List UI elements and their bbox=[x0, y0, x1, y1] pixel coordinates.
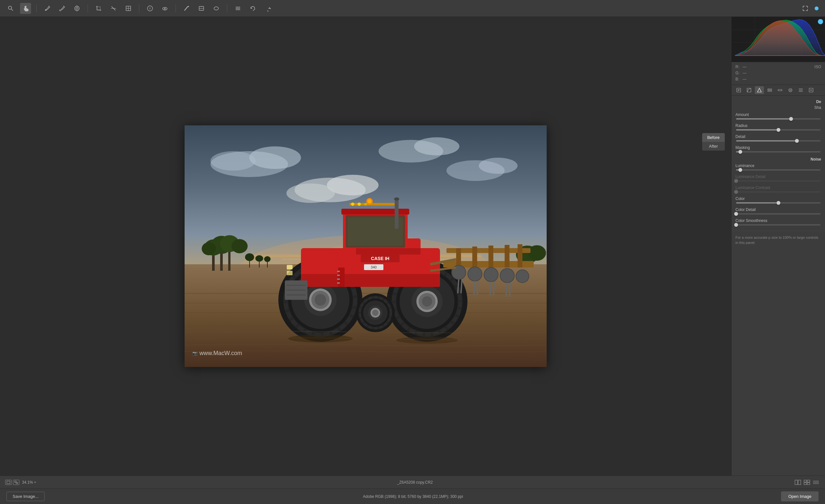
redeye-button[interactable] bbox=[159, 3, 170, 14]
svg-point-107 bbox=[351, 202, 354, 206]
noise-label: Noise bbox=[811, 157, 821, 162]
color-thumb[interactable] bbox=[776, 201, 780, 205]
radius-slider-row: Radius bbox=[732, 122, 825, 133]
graduated-filter-button[interactable] bbox=[196, 3, 207, 14]
tab-tone-curve[interactable] bbox=[745, 86, 754, 94]
watermark: 📷 www.MacW.com bbox=[192, 350, 242, 357]
svg-point-51 bbox=[231, 239, 248, 253]
eyedropper-button[interactable] bbox=[42, 3, 53, 14]
color-detail-thumb[interactable] bbox=[734, 212, 738, 216]
radial-filter-button[interactable] bbox=[211, 3, 222, 14]
tab-basic[interactable] bbox=[734, 86, 743, 94]
svg-rect-97 bbox=[337, 275, 340, 276]
straighten-button[interactable] bbox=[108, 3, 119, 14]
tab-effects[interactable] bbox=[796, 86, 805, 94]
svg-rect-171 bbox=[798, 480, 801, 485]
color-smoothness-thumb[interactable] bbox=[734, 223, 738, 227]
radius-thumb[interactable] bbox=[776, 128, 780, 132]
rgb-values: R: --- ISO G: --- B: --- bbox=[732, 62, 825, 85]
watermark-icon: 📷 bbox=[192, 351, 198, 356]
masking-slider-row: Masking bbox=[732, 144, 825, 155]
svg-point-119 bbox=[484, 267, 498, 282]
svg-rect-174 bbox=[804, 483, 807, 485]
svg-point-108 bbox=[358, 202, 361, 206]
highlight-clipping-indicator[interactable] bbox=[813, 5, 820, 12]
spot-removal-button[interactable] bbox=[145, 3, 155, 14]
svg-rect-106 bbox=[350, 203, 395, 205]
masking-thumb[interactable] bbox=[738, 150, 742, 154]
svg-point-120 bbox=[500, 268, 514, 283]
luminance-track[interactable] bbox=[736, 169, 820, 171]
hand-tool-button[interactable] bbox=[20, 3, 31, 14]
luminance-thumb[interactable] bbox=[738, 168, 742, 172]
svg-rect-170 bbox=[795, 480, 798, 485]
svg-marker-155 bbox=[757, 88, 761, 92]
status-right bbox=[794, 480, 820, 485]
tab-detail[interactable] bbox=[755, 86, 764, 94]
luminance-detail-slider-row: Luminance Detail bbox=[732, 173, 825, 184]
svg-rect-158 bbox=[778, 89, 782, 91]
svg-point-28 bbox=[414, 137, 459, 155]
r-label: R: bbox=[736, 64, 741, 70]
luminance-contrast-track bbox=[736, 191, 820, 192]
color-smoothness-track[interactable] bbox=[736, 224, 820, 226]
tab-split-toning[interactable] bbox=[775, 86, 784, 94]
adjustment-brush-button[interactable] bbox=[181, 3, 192, 14]
undo-button[interactable] bbox=[247, 3, 258, 14]
color-detail-track[interactable] bbox=[736, 213, 820, 215]
r-value: --- bbox=[743, 64, 746, 70]
targeted-adjustment-button[interactable] bbox=[71, 3, 82, 14]
svg-rect-85 bbox=[301, 274, 440, 287]
svg-rect-86 bbox=[356, 248, 421, 255]
open-image-button[interactable]: Open Image bbox=[781, 491, 819, 501]
color-sampler-button[interactable] bbox=[57, 3, 68, 14]
radius-track[interactable] bbox=[736, 129, 820, 131]
tab-lens[interactable] bbox=[786, 86, 795, 94]
detail-fill bbox=[736, 140, 797, 142]
detail-thumb[interactable] bbox=[795, 139, 799, 143]
svg-rect-172 bbox=[804, 480, 807, 482]
main-image: CASE IH 340 bbox=[184, 125, 547, 367]
canvas-area[interactable]: CASE IH 340 bbox=[0, 17, 731, 476]
zoom-tool-button[interactable] bbox=[5, 3, 16, 14]
svg-point-30 bbox=[479, 158, 518, 174]
svg-point-139 bbox=[396, 337, 458, 344]
svg-point-60 bbox=[264, 256, 271, 262]
svg-point-58 bbox=[255, 255, 263, 262]
menu-button[interactable] bbox=[232, 3, 243, 14]
file-info: Adobe RGB (1998); 8 bit; 5760 by 3840 (2… bbox=[45, 494, 781, 499]
g-value: --- bbox=[743, 70, 746, 76]
svg-rect-99 bbox=[337, 282, 340, 284]
transform-button[interactable] bbox=[123, 3, 134, 14]
save-image-button[interactable]: Save Image... bbox=[6, 492, 45, 501]
amount-track[interactable] bbox=[736, 118, 820, 119]
detail-track[interactable] bbox=[736, 140, 820, 142]
masking-track[interactable] bbox=[736, 151, 820, 153]
watermark-text: www.MacW.com bbox=[200, 350, 242, 357]
sharpening-header-area: De bbox=[732, 98, 825, 105]
tab-hsl[interactable] bbox=[765, 86, 774, 94]
svg-rect-96 bbox=[337, 271, 340, 272]
amount-thumb[interactable] bbox=[789, 117, 793, 121]
svg-point-54 bbox=[528, 245, 546, 261]
grid-view-button[interactable] bbox=[812, 480, 820, 485]
crop-tool-button[interactable] bbox=[93, 3, 104, 14]
svg-point-138 bbox=[288, 335, 353, 342]
svg-rect-114 bbox=[489, 246, 493, 267]
before-button[interactable]: Before bbox=[702, 133, 725, 142]
color-track[interactable] bbox=[736, 202, 820, 203]
side-by-side-button[interactable] bbox=[803, 480, 811, 485]
toolbar-separator-2 bbox=[88, 5, 88, 12]
fullscreen-button[interactable] bbox=[800, 3, 811, 14]
filename: _Z6A5208 copy.CR2 bbox=[397, 480, 433, 485]
fit-view-button[interactable] bbox=[5, 480, 12, 485]
actual-size-button[interactable] bbox=[13, 480, 19, 485]
toggle-before-after-button[interactable] bbox=[794, 480, 802, 485]
view-controls bbox=[794, 480, 820, 485]
after-button[interactable]: After bbox=[702, 142, 725, 151]
tab-camera-calibration[interactable] bbox=[807, 86, 816, 94]
svg-rect-112 bbox=[456, 248, 461, 267]
svg-point-121 bbox=[516, 270, 529, 283]
right-panel: R: --- ISO G: --- B: --- bbox=[731, 17, 825, 476]
redo-button[interactable] bbox=[262, 3, 273, 14]
